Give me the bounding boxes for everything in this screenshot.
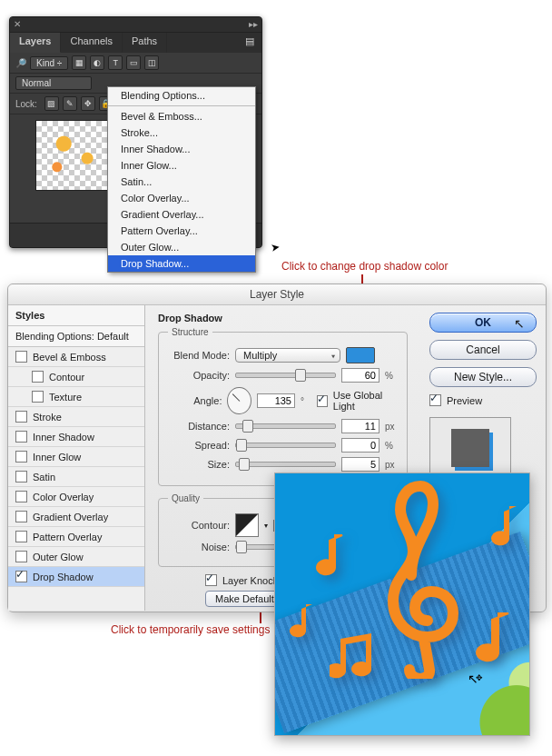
effect-pattern-overlay[interactable]: Pattern Overlay xyxy=(8,527,144,547)
filter-kind-select[interactable]: Kind ÷ xyxy=(30,56,68,70)
menu-pattern-overlay[interactable]: Pattern Overlay... xyxy=(108,223,255,239)
preview-label: Preview xyxy=(447,395,482,406)
angle-unit: ° xyxy=(301,396,311,406)
tab-layers[interactable]: Layers xyxy=(10,33,61,53)
filter-adjust-icon[interactable]: ◐ xyxy=(90,55,104,70)
layer-filter-row: 🔎 Kind ÷ ▦ ◐ T ▭ ◫ xyxy=(10,53,261,74)
effect-contour[interactable]: Contour xyxy=(8,367,144,387)
music-note-icon xyxy=(308,532,348,584)
lock-position-icon[interactable]: ✥ xyxy=(81,96,95,111)
opacity-unit: % xyxy=(385,371,398,381)
panel-titlebar: ✕ ▸▸ xyxy=(10,17,261,33)
contour-label: Contour: xyxy=(168,520,230,531)
spread-input[interactable] xyxy=(341,438,380,453)
size-label: Size: xyxy=(168,459,230,470)
menu-blending-options[interactable]: Blending Options... xyxy=(108,87,255,104)
structure-legend: Structure xyxy=(168,327,212,337)
effect-inner-glow[interactable]: Inner Glow xyxy=(8,447,144,467)
spread-label: Spread: xyxy=(168,440,230,451)
menu-bevel-emboss[interactable]: Bevel & Emboss... xyxy=(108,108,255,124)
cursor-icon: ↖ xyxy=(514,316,525,331)
size-slider[interactable] xyxy=(235,462,336,467)
effect-inner-shadow[interactable]: Inner Shadow xyxy=(8,427,144,447)
effect-outer-glow[interactable]: Outer Glow xyxy=(8,547,144,567)
filter-smart-icon[interactable]: ◫ xyxy=(144,55,159,70)
styles-header[interactable]: Styles xyxy=(8,305,144,326)
contour-picker[interactable] xyxy=(235,513,259,537)
distance-label: Distance: xyxy=(168,421,230,432)
lock-pixels-icon[interactable]: ✎ xyxy=(63,96,77,111)
effect-gradient-overlay[interactable]: Gradient Overlay xyxy=(8,507,144,527)
structure-group: Structure Blend Mode: Multiply Opacity: … xyxy=(158,327,408,486)
global-light-checkbox[interactable] xyxy=(317,395,328,407)
cancel-button[interactable]: Cancel xyxy=(429,340,537,360)
opacity-label: Opacity: xyxy=(168,370,230,381)
spread-slider[interactable] xyxy=(235,443,336,448)
close-icon[interactable]: ✕ xyxy=(14,17,21,32)
distance-input[interactable] xyxy=(341,419,380,433)
noise-label: Noise: xyxy=(168,542,230,552)
callout-save-text: Click to temporarily save settings xyxy=(111,623,270,636)
preview-checkbox[interactable] xyxy=(429,394,441,406)
make-default-button[interactable]: Make Default xyxy=(205,591,284,607)
menu-color-overlay[interactable]: Color Overlay... xyxy=(108,190,255,206)
blend-mode-label: Blend Mode: xyxy=(168,350,230,361)
visibility-column[interactable] xyxy=(15,120,30,191)
blending-options-header[interactable]: Blending Options: Default xyxy=(8,326,144,347)
music-note-icon xyxy=(466,610,515,671)
effect-satin[interactable]: Satin xyxy=(8,467,144,487)
new-style-button[interactable]: New Style... xyxy=(429,367,537,387)
treble-clef-icon xyxy=(370,479,470,679)
tab-channels[interactable]: Channels xyxy=(61,33,122,53)
filter-type-icon[interactable]: T xyxy=(108,55,123,70)
effect-drop-shadow[interactable]: Drop Shadow xyxy=(8,567,144,587)
spread-unit: % xyxy=(385,441,398,451)
blend-mode-select[interactable]: Multiply xyxy=(235,348,340,363)
section-title: Drop Shadow xyxy=(158,313,408,323)
preview-thumbnail xyxy=(429,417,511,479)
angle-input[interactable] xyxy=(257,393,295,408)
size-unit: px xyxy=(385,460,398,470)
panel-menu-icon[interactable]: ▤ xyxy=(238,33,261,53)
styles-list: Styles Blending Options: Default Bevel &… xyxy=(8,305,145,611)
layer-knocks-checkbox[interactable] xyxy=(205,574,217,586)
callout-color-text: Click to change drop shadow color xyxy=(281,260,448,273)
size-input[interactable] xyxy=(341,457,380,472)
quality-legend: Quality xyxy=(168,493,203,503)
move-cursor-icon: ↖✥ xyxy=(468,671,486,686)
menu-satin[interactable]: Satin... xyxy=(108,174,255,190)
opacity-input[interactable] xyxy=(341,368,380,383)
fx-context-menu: Blending Options... Bevel & Emboss... St… xyxy=(107,86,256,273)
effect-color-overlay[interactable]: Color Overlay xyxy=(8,487,144,507)
menu-drop-shadow[interactable]: Drop Shadow... xyxy=(108,255,255,272)
menu-inner-glow[interactable]: Inner Glow... xyxy=(108,157,255,174)
filter-shape-icon[interactable]: ▭ xyxy=(126,55,141,70)
music-note-icon xyxy=(286,602,317,644)
music-note-icon xyxy=(484,504,522,555)
opacity-slider[interactable] xyxy=(235,373,336,378)
collapse-icon[interactable]: ▸▸ xyxy=(249,17,258,32)
shadow-color-swatch[interactable] xyxy=(346,347,375,363)
effect-texture[interactable]: Texture xyxy=(8,387,144,407)
tab-paths[interactable]: Paths xyxy=(123,33,167,53)
distance-unit: px xyxy=(385,422,398,432)
angle-dial[interactable] xyxy=(227,387,251,414)
lock-label: Lock: xyxy=(15,99,37,109)
effect-bevel-emboss[interactable]: Bevel & Emboss xyxy=(8,347,144,367)
filter-pixel-icon[interactable]: ▦ xyxy=(72,55,86,70)
cursor-icon: ➤ xyxy=(270,240,281,254)
lock-transparent-icon[interactable]: ▨ xyxy=(44,96,59,111)
effect-stroke[interactable]: Stroke xyxy=(8,407,144,427)
angle-label: Angle: xyxy=(168,395,222,406)
music-note-icon xyxy=(330,633,384,688)
blend-mode-select[interactable]: Normal xyxy=(15,76,92,90)
result-preview: ↖✥ xyxy=(274,472,530,736)
panel-tabs: Layers Channels Paths ▤ xyxy=(10,33,261,53)
menu-stroke[interactable]: Stroke... xyxy=(108,124,255,141)
menu-outer-glow[interactable]: Outer Glow... xyxy=(108,239,255,255)
global-light-label: Use Global Light xyxy=(333,390,398,412)
menu-inner-shadow[interactable]: Inner Shadow... xyxy=(108,141,255,157)
menu-gradient-overlay[interactable]: Gradient Overlay... xyxy=(108,206,255,223)
distance-slider[interactable] xyxy=(235,423,336,429)
dialog-title: Layer Style xyxy=(8,284,546,305)
